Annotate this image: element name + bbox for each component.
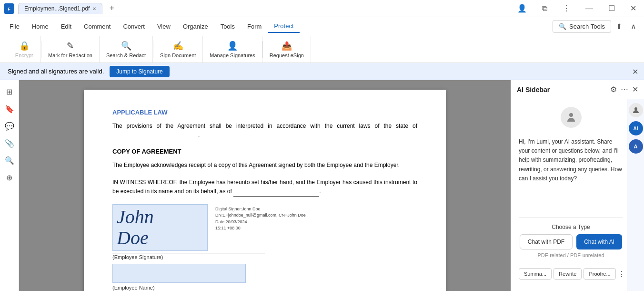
signature-status-text: Signed and all signatures are valid. <box>8 68 104 75</box>
ai-chat-buttons: Chat with PDF Chat with AI <box>519 234 623 249</box>
signature-block: John Doe Digital Signer:John Doe DN:E=jo… <box>112 204 417 291</box>
copy-agreement-heading: COPY OF AGREEMENT <box>112 148 417 155</box>
svg-point-2 <box>634 107 637 110</box>
sidebar-search-icon[interactable]: 🔍 <box>2 153 17 168</box>
redaction-icon: ✎ <box>67 41 74 51</box>
window-controls-icon[interactable]: ⧉ <box>538 2 551 15</box>
ai-sidebar-title: AI Sidebar <box>517 86 606 94</box>
upload-button[interactable]: ⬆ <box>612 20 626 33</box>
proofread-button[interactable]: Proofre... <box>584 268 615 280</box>
sidebar-attachments-icon[interactable]: 📎 <box>2 135 17 151</box>
digital-signer-info: Digital Signer:John Doe DN:E=johndoe_nul… <box>215 204 306 232</box>
pdf-area: APPLICABLE LAW The provisions of the Agr… <box>19 80 511 291</box>
section1-body: The provisions of the Agreement shall be… <box>112 122 417 140</box>
tab-title: Employmen...Signed1.pdf <box>24 5 90 12</box>
ai-right-strip: AI A <box>627 99 644 291</box>
titlebar: F Employmen...Signed1.pdf ✕ + 👤 ⧉ ⋮ — ☐ … <box>0 0 644 17</box>
blank-line-2 <box>233 187 319 197</box>
search-tools-button[interactable]: 🔍 Search Tools <box>553 20 611 33</box>
menu-form[interactable]: Form <box>242 21 267 32</box>
tab-close-btn[interactable]: ✕ <box>92 6 96 11</box>
manage-sig-icon: 👤 <box>227 41 238 51</box>
ai-content: Hi, I'm Lumi, your AI assistant. Share y… <box>511 99 644 291</box>
ai-close-icon[interactable]: ✕ <box>632 85 638 94</box>
ai-menu-icon[interactable]: ⋯ <box>621 85 628 94</box>
manage-signatures-button[interactable]: 👤 Manage Signatures <box>203 36 262 62</box>
sign-icon: ✍ <box>173 41 183 51</box>
ai-sidebar-controls: ⚙ ⋯ ✕ <box>610 85 638 94</box>
jump-to-signature-button[interactable]: Jump to Signature <box>110 66 169 77</box>
browser-tab[interactable]: Employmen...Signed1.pdf ✕ <box>18 3 102 14</box>
user-avatar-icon[interactable] <box>629 103 643 117</box>
menu-home[interactable]: Home <box>26 21 54 32</box>
profile-icon[interactable]: 👤 <box>513 2 531 15</box>
ai-settings-icon[interactable]: ⚙ <box>610 85 617 94</box>
word-mode-icon[interactable]: A <box>629 139 643 154</box>
protect-toolbar: 🔒 Encrypt ✎ Mark for Redaction 🔍 Search … <box>0 36 644 63</box>
mark-for-redaction-button[interactable]: ✎ Mark for Redaction <box>41 36 100 62</box>
pdf-page: APPLICABLE LAW The provisions of the Agr… <box>84 90 446 291</box>
svg-text:F: F <box>8 6 10 11</box>
ai-spacer <box>519 189 623 212</box>
signature-image: John Doe <box>112 204 208 251</box>
esign-icon: 📤 <box>282 41 292 51</box>
menu-edit[interactable]: Edit <box>55 21 77 32</box>
ai-action-row: Summa... Rewrite Proofre... ⋮ <box>519 264 623 283</box>
search-icon: 🔍 <box>559 23 566 30</box>
titlebar-controls: 👤 ⧉ ⋮ — ☐ ✕ <box>513 2 640 15</box>
signature-name: John Doe <box>117 207 203 249</box>
new-tab-button[interactable]: + <box>106 3 117 13</box>
menu-view[interactable]: View <box>151 21 176 32</box>
choose-type-section: Choose a Type Chat with PDF Chat with AI… <box>519 218 623 258</box>
signature-bar: Signed and all signatures are valid. Jum… <box>0 63 644 80</box>
lock-icon: 🔒 <box>19 41 30 51</box>
app-icon: F <box>4 3 14 14</box>
search-redact-icon: 🔍 <box>121 41 131 51</box>
manage-sig-label: Manage Signatures <box>210 52 255 58</box>
sign-document-button[interactable]: ✍ Sign Document <box>153 36 203 62</box>
rewrite-button[interactable]: Rewrite <box>553 268 582 280</box>
menu-file[interactable]: File <box>4 21 25 32</box>
svg-point-3 <box>569 113 573 117</box>
sidebar-bookmarks-icon[interactable]: 🔖 <box>2 101 17 116</box>
menu-protect[interactable]: Protect <box>268 20 299 33</box>
applicable-law-heading: APPLICABLE LAW <box>112 109 417 116</box>
signature-container: John Doe Digital Signer:John Doe DN:E=jo… <box>112 204 417 251</box>
maximize-btn[interactable]: ☐ <box>604 2 619 15</box>
employee-name-label: (Employee Name) <box>112 285 417 291</box>
collapse-button[interactable]: ∧ <box>627 20 640 33</box>
ai-action-more-icon[interactable]: ⋮ <box>618 270 625 279</box>
request-esign-label: Request eSign <box>270 52 304 58</box>
menu-tools[interactable]: Tools <box>215 21 241 32</box>
encrypt-button[interactable]: 🔒 Encrypt <box>8 36 41 62</box>
menu-organize[interactable]: Organize <box>177 21 214 32</box>
more-icon[interactable]: ⋮ <box>559 2 574 15</box>
ai-user-avatar <box>519 107 623 128</box>
ai-sidebar-header: AI Sidebar ⚙ ⋯ ✕ <box>511 80 644 99</box>
choose-type-label: Choose a Type <box>519 224 623 230</box>
main-layout: ⊞ 🔖 💬 📎 🔍 ⊕ APPLICABLE LAW The provision… <box>0 80 644 291</box>
chat-ai-button[interactable]: Chat with AI <box>576 234 622 249</box>
pdf-unrelated-label: PDF-related / PDF-unrelated <box>519 252 623 258</box>
sign-document-label: Sign Document <box>160 52 196 58</box>
section3-body: IN WITNESS WHEREOF, the Employee has her… <box>112 178 417 197</box>
menu-comment[interactable]: Comment <box>78 21 116 32</box>
employee-signature-label: (Employee Signature) <box>112 254 417 260</box>
blank-line-1 <box>112 131 198 140</box>
summarize-button[interactable]: Summa... <box>519 268 552 280</box>
sig-bar-close-icon[interactable]: ✕ <box>632 67 638 76</box>
request-esign-button[interactable]: 📤 Request eSign <box>263 36 311 62</box>
menu-convert[interactable]: Convert <box>117 21 151 32</box>
section2-body: The Employee acknowledges receipt of a c… <box>112 161 417 170</box>
sidebar-layers-icon[interactable]: ⊕ <box>2 170 17 185</box>
sidebar-pages-icon[interactable]: ⊞ <box>2 84 17 99</box>
sig-info-block: Digital Signer:John Doe DN:E=johndoe_nul… <box>215 206 306 232</box>
close-btn[interactable]: ✕ <box>626 2 640 15</box>
minimize-btn[interactable]: — <box>582 2 597 15</box>
ai-mode-icon[interactable]: AI <box>629 121 643 135</box>
sidebar-comments-icon[interactable]: 💬 <box>2 118 17 134</box>
left-sidebar: ⊞ 🔖 💬 📎 🔍 ⊕ <box>0 80 19 291</box>
menubar: File Home Edit Comment Convert View Orga… <box>0 17 644 36</box>
chat-pdf-button[interactable]: Chat with PDF <box>520 234 573 249</box>
search-redact-button[interactable]: 🔍 Search & Redact <box>100 36 153 62</box>
